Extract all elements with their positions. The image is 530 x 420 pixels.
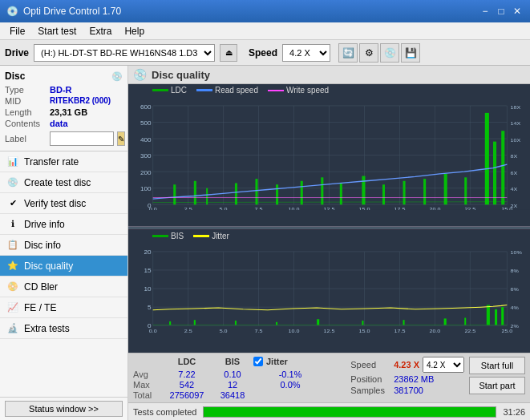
bis-legend-color xyxy=(152,235,168,237)
app-title: 💿 Opti Drive Control 1.70 xyxy=(6,6,121,17)
disc-contents-row: Contents data xyxy=(5,119,123,128)
read-speed-legend-color xyxy=(196,89,212,91)
nav-section: 📊 Transfer rate 💿 Create test disc ✔ Ver… xyxy=(0,151,127,397)
content-area: 💿 Disc quality LDC Read speed xyxy=(128,66,530,420)
close-button[interactable]: ✕ xyxy=(511,5,524,18)
ldc-legend-label: LDC xyxy=(171,86,187,95)
svg-text:100: 100 xyxy=(140,186,152,192)
jitter-legend: Jitter xyxy=(193,232,229,240)
save-button[interactable]: 💾 xyxy=(401,43,420,63)
write-speed-legend-label: Write speed xyxy=(286,86,329,95)
svg-text:0.0: 0.0 xyxy=(149,328,157,333)
disc-info-icon: 📋 xyxy=(6,239,19,252)
ldc-legend: LDC xyxy=(152,86,187,95)
chart2-legend: BIS Jitter xyxy=(128,230,530,242)
svg-text:20.0: 20.0 xyxy=(429,328,440,333)
svg-text:18X: 18X xyxy=(510,104,520,110)
progress-container xyxy=(203,406,496,418)
svg-text:6%: 6% xyxy=(510,286,518,291)
sidebar-item-create-test-disc[interactable]: 💿 Create test disc xyxy=(0,172,127,193)
label-label: Label xyxy=(5,134,47,143)
svg-text:10.0: 10.0 xyxy=(289,207,300,210)
chart2-wrapper: BIS Jitter xyxy=(128,230,530,353)
bis-legend-label: BIS xyxy=(171,232,184,240)
drive-select[interactable]: (H:) HL-DT-ST BD-RE WH16NS48 1.D3 xyxy=(34,44,215,62)
type-label: Type xyxy=(5,85,47,95)
sidebar-item-cd-bler[interactable]: 📀 CD Bler xyxy=(0,277,127,297)
sidebar-item-transfer-rate[interactable]: 📊 Transfer rate xyxy=(0,151,127,172)
stats-table: LDC BIS Jitter Avg 7.22 0.10 - xyxy=(133,357,346,400)
jitter-legend-color xyxy=(193,235,209,237)
eject-button[interactable]: ⏏ xyxy=(220,44,237,62)
sidebar-item-disc-quality[interactable]: ⭐ Disc quality xyxy=(0,256,127,277)
label-edit-button[interactable]: ✎ xyxy=(117,131,125,146)
jitter-checkbox[interactable] xyxy=(253,357,263,366)
svg-rect-101 xyxy=(169,321,171,324)
svg-text:22.5: 22.5 xyxy=(464,207,475,210)
app-icon: 💿 xyxy=(6,6,18,17)
menu-file[interactable]: File xyxy=(3,24,31,38)
status-time: 31:26 xyxy=(503,407,525,417)
stats-headers: LDC BIS Jitter xyxy=(133,357,346,368)
status-window-button[interactable]: Status window >> xyxy=(5,401,123,417)
chart1-svg: 0 100 200 300 400 500 600 2X 4X 6X 8X 10… xyxy=(128,99,530,210)
create-test-disc-icon: 💿 xyxy=(6,176,19,189)
svg-text:2.5: 2.5 xyxy=(184,328,192,333)
speed-select[interactable]: 4.2 X xyxy=(282,44,330,62)
total-bis: 36418 xyxy=(212,390,253,400)
menu-help[interactable]: Help xyxy=(118,24,151,38)
svg-rect-45 xyxy=(173,184,176,204)
titlebar: 💿 Opti Drive Control 1.70 − □ ✕ xyxy=(0,0,530,22)
speed-select-dropdown[interactable]: 4.2 X xyxy=(423,357,464,373)
drive-label: Drive xyxy=(5,47,29,59)
speed-label: Speed xyxy=(249,47,277,59)
position-row: Position 23862 MB xyxy=(350,374,464,384)
menubar: File Start test Extra Help xyxy=(0,22,530,40)
svg-rect-61 xyxy=(493,142,496,205)
svg-rect-51 xyxy=(301,181,303,204)
drive-info-icon: ℹ xyxy=(6,218,19,231)
window-controls: − □ ✕ xyxy=(479,5,524,18)
main-area: Disc 💿 Type BD-R MID RITEKBR2 (000) Leng… xyxy=(0,66,530,420)
maximize-button[interactable]: □ xyxy=(495,5,508,18)
avg-row: Avg 7.22 0.10 -0.1% xyxy=(133,370,346,379)
disc-button[interactable]: 💿 xyxy=(380,43,399,63)
sidebar-item-fe-te[interactable]: 📈 FE / TE xyxy=(0,297,127,318)
svg-text:12.5: 12.5 xyxy=(324,328,335,333)
sidebar-item-disc-info[interactable]: 📋 Disc info xyxy=(0,235,127,256)
sidebar-item-extra-tests[interactable]: 🔬 Extra tests xyxy=(0,318,127,339)
svg-text:7.5: 7.5 xyxy=(255,328,263,333)
start-full-button[interactable]: Start full xyxy=(469,357,525,374)
svg-rect-112 xyxy=(501,307,504,325)
sidebar-item-verify-test-disc[interactable]: ✔ Verify test disc xyxy=(0,193,127,214)
sidebar-item-label-verify-test-disc: Verify test disc xyxy=(24,198,86,209)
sidebar: Disc 💿 Type BD-R MID RITEKBR2 (000) Leng… xyxy=(0,66,128,420)
minimize-button[interactable]: − xyxy=(479,5,492,18)
avg-jitter: -0.1% xyxy=(253,370,311,379)
svg-text:5.0: 5.0 xyxy=(220,328,228,333)
svg-rect-55 xyxy=(382,184,385,204)
menu-extra[interactable]: Extra xyxy=(83,24,118,38)
sidebar-item-drive-info[interactable]: ℹ Drive info xyxy=(0,214,127,235)
svg-text:8X: 8X xyxy=(510,154,517,160)
svg-rect-102 xyxy=(194,320,196,325)
svg-text:25.0: 25.0 xyxy=(501,328,512,333)
disc-title: Disc xyxy=(5,71,25,82)
label-input[interactable] xyxy=(50,131,114,146)
disc-type-row: Type BD-R xyxy=(5,85,123,95)
settings-button[interactable]: ⚙ xyxy=(359,43,378,63)
label-row: Label ✎ xyxy=(5,131,123,146)
svg-text:15.0: 15.0 xyxy=(359,207,370,210)
ldc-legend-color xyxy=(152,89,168,91)
menu-start-test[interactable]: Start test xyxy=(31,24,83,38)
samples-label: Samples xyxy=(350,386,390,395)
total-label: Total xyxy=(133,390,162,400)
svg-rect-52 xyxy=(321,177,323,204)
refresh-button[interactable]: 🔄 xyxy=(338,43,358,63)
svg-rect-46 xyxy=(194,181,196,204)
svg-text:4X: 4X xyxy=(510,187,517,192)
svg-text:14X: 14X xyxy=(510,120,520,126)
type-value: BD-R xyxy=(50,85,72,95)
jitter-legend-label: Jitter xyxy=(212,232,229,240)
start-part-button[interactable]: Start part xyxy=(469,377,525,394)
